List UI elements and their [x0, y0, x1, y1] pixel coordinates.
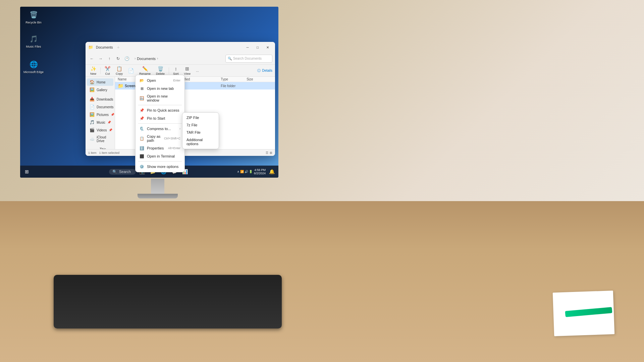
ctx-open-new-tab[interactable]: ⊞ Open in new tab: [136, 84, 184, 93]
sidebar-item-icloud[interactable]: ☁️ iCloud Drive: [87, 134, 113, 144]
ctx-pin-start[interactable]: 📌 Pin to Start: [136, 114, 184, 122]
sidebar-divider-2: [86, 144, 115, 146]
close-button[interactable]: ✕: [263, 44, 272, 51]
minimize-button[interactable]: ─: [243, 44, 252, 51]
details-button[interactable]: ⓘ Details: [257, 68, 272, 73]
sidebar-item-downloads[interactable]: 📥 Downloads 📌: [87, 96, 113, 103]
battery-icon[interactable]: 🔋: [249, 170, 253, 173]
window-titlebar: 📁 Documents + ─ □ ✕: [86, 42, 275, 53]
paste-icon: 📄: [128, 68, 134, 73]
maximize-button[interactable]: □: [253, 44, 262, 51]
ctx-properties[interactable]: ℹ️ Properties Alt+Enter: [136, 144, 184, 152]
submenu-zip[interactable]: ZIP File: [182, 114, 219, 121]
back-button[interactable]: ←: [88, 55, 96, 62]
taskbar-search[interactable]: 🔍 Search: [109, 169, 136, 175]
cut-button[interactable]: ✂️ Cut: [103, 65, 112, 76]
view-button[interactable]: ⊞ View: [182, 65, 193, 76]
sidebar-item-videos[interactable]: 🎬 Videos 📌: [87, 126, 113, 134]
sidebar-item-music-label: Music: [97, 121, 105, 124]
address-text: Documents: [137, 57, 156, 61]
ctx-compress[interactable]: 🗜️ Compress to... ›: [136, 125, 184, 133]
ctx-compress-label: Compress to...: [147, 127, 171, 131]
ctx-properties-shortcut: Alt+Enter: [168, 146, 180, 150]
address-bar[interactable]: › Documents ›: [132, 55, 224, 63]
submenu-additional[interactable]: Additional options: [182, 136, 219, 147]
ctx-open-shortcut: Enter: [173, 79, 180, 82]
forward-button[interactable]: →: [97, 55, 104, 62]
search-bar[interactable]: 🔍 Search Documents: [225, 55, 272, 63]
taskbar-right: ∧ 📶 🔊 🔋 4:56 PM 6/2/2024 🔔: [237, 167, 276, 176]
pin-icon-videos: 📌: [109, 128, 112, 132]
ctx-sep-2: [138, 123, 182, 124]
downloads-icon: 📥: [90, 97, 95, 102]
add-tab-icon[interactable]: +: [117, 45, 120, 50]
status-items: 1 item: [88, 151, 97, 155]
col-header-size[interactable]: Size: [247, 77, 272, 81]
sidebar-item-gallery[interactable]: 🖼️ Gallery: [87, 86, 113, 94]
ctx-copy-path-label: Copy as path: [147, 134, 161, 142]
rename-icon: ✏️: [142, 66, 148, 71]
cut-label: Cut: [105, 72, 110, 75]
ctx-open-new-window[interactable]: 🪟 Open in new window: [136, 93, 184, 104]
details-icon: ⓘ: [257, 68, 261, 73]
zip-label: ZIP File: [186, 116, 199, 120]
up-button[interactable]: ↑: [106, 55, 113, 62]
ctx-open-terminal[interactable]: ⬛ Open in Terminal: [136, 152, 184, 160]
col-header-type[interactable]: Type: [221, 77, 247, 81]
new-button[interactable]: ✨ New: [88, 65, 98, 76]
rename-button[interactable]: ✏️ Rename: [137, 65, 153, 76]
grid-view-icon[interactable]: ⊞: [270, 151, 272, 155]
system-tray: ∧ 📶 🔊 🔋: [237, 170, 253, 173]
paste-button[interactable]: 📄: [126, 67, 136, 74]
desktop-icon-edge[interactable]: 🌐 Microsoft Edge: [23, 59, 44, 74]
wifi-icon[interactable]: 📶: [240, 170, 244, 173]
desktop-icon-music-files[interactable]: 🎵 Music Files: [23, 34, 44, 48]
volume-icon[interactable]: 🔊: [245, 170, 248, 173]
7z-label: 7z File: [186, 123, 197, 127]
more-label: …: [196, 69, 199, 72]
tray-expand-icon[interactable]: ∧: [237, 170, 239, 173]
desktop-icon-recycle-bin[interactable]: 🗑️ Recycle Bin: [23, 9, 44, 24]
recycle-bin-icon: 🗑️: [28, 9, 39, 20]
window-title: Documents: [96, 46, 113, 49]
desktop: 🗑️ Recycle Bin 🎵 Music Files 🌐 Microsoft…: [20, 7, 278, 178]
start-button[interactable]: ⊞: [22, 167, 32, 176]
list-view-icon[interactable]: ☰: [266, 151, 268, 155]
notification-button[interactable]: 🔔: [267, 167, 276, 176]
ctx-pin-quick[interactable]: 📌 Pin to Quick access: [136, 106, 184, 114]
ctx-pin-start-label: Pin to Start: [147, 116, 165, 120]
view-label: View: [184, 72, 191, 75]
music-files-icon: 🎵: [28, 34, 39, 44]
more-button[interactable]: …: [194, 68, 201, 73]
submenu-7z[interactable]: 7z File: [182, 121, 219, 129]
monitor-stand: [151, 179, 164, 195]
ctx-open[interactable]: 📂 Open Enter: [136, 76, 184, 84]
ctx-copy-path[interactable]: 📋 Copy as path Ctrl+Shift+C: [136, 133, 184, 144]
sidebar-item-documents[interactable]: 📄 Documents 📌: [87, 103, 113, 111]
search-icon: 🔍: [228, 57, 232, 60]
copy-icon: 📋: [116, 66, 122, 71]
sidebar-item-pictures[interactable]: 🖼️ Pictures 📌: [87, 111, 113, 118]
file-type-screenshot: File folder: [221, 84, 247, 88]
terminal-icon: ⬛: [140, 154, 144, 159]
sort-button[interactable]: ↕️ Sort: [171, 65, 181, 76]
recent-button[interactable]: 🕐: [123, 55, 130, 62]
pin-icon-pictures: 📌: [111, 113, 114, 116]
sidebar-item-music[interactable]: 🎵 Music 📌: [87, 119, 113, 126]
sidebar-item-this-pc[interactable]: › 💻 This PC: [87, 146, 113, 149]
sidebar-item-home[interactable]: 🏠 Home: [87, 78, 113, 86]
refresh-button[interactable]: ↻: [114, 55, 122, 62]
ctx-more-options[interactable]: ⚙️ Show more options: [136, 163, 184, 171]
chevron-right-icon: ›: [135, 57, 136, 60]
copy-button[interactable]: 📋 Copy: [114, 65, 125, 76]
clock[interactable]: 4:56 PM 6/2/2024: [254, 168, 266, 175]
view-toggle: ☰ ⊞: [266, 151, 272, 155]
submenu-tar[interactable]: TAR File: [182, 129, 219, 136]
sidebar-item-videos-label: Videos: [97, 128, 107, 132]
edge-label: Microsoft Edge: [23, 70, 44, 74]
monitor-base: [138, 194, 178, 198]
search-label: Search: [119, 170, 131, 174]
home-icon: 🏠: [90, 80, 95, 84]
delete-button[interactable]: 🗑️ Delete: [154, 65, 167, 76]
additional-label: Additional options: [186, 138, 215, 146]
